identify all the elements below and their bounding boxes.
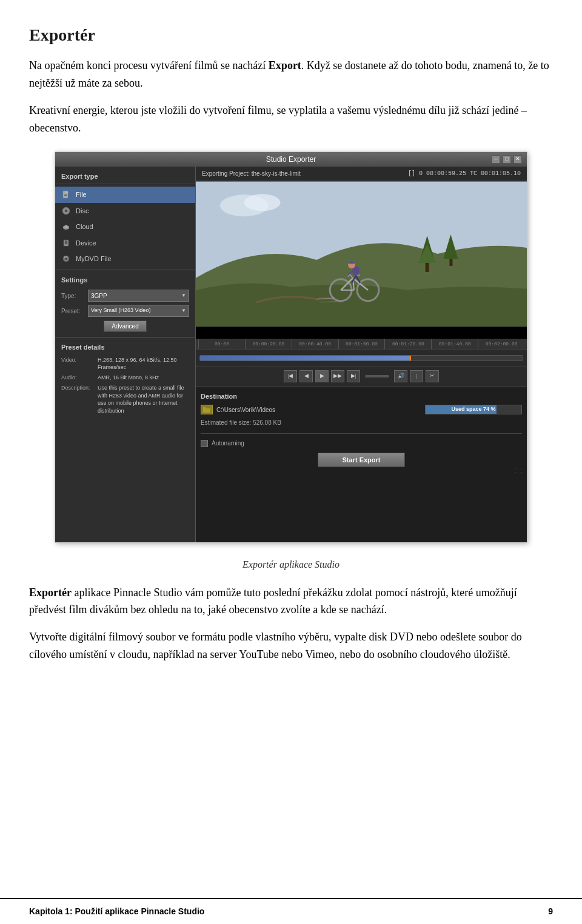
- export-item-device-label: Device: [76, 238, 96, 248]
- p3-after-text: aplikace Pinnacle Studio vám pomůže tuto…: [29, 587, 517, 616]
- close-button[interactable]: ✕: [513, 155, 522, 164]
- destination-title: Destination: [201, 391, 522, 402]
- destination-path: C:\Users\Vorik\Videos: [216, 405, 421, 414]
- footer-page: 9: [548, 905, 553, 918]
- video-preview: [196, 181, 527, 339]
- p1-bold-text: Export: [269, 59, 301, 71]
- destination-path-row: C:\Users\Vorik\Videos Used space 74 %: [201, 405, 522, 414]
- preset-dropdown-arrow: ▼: [181, 307, 186, 314]
- type-dropdown[interactable]: 3GPP ▼: [88, 290, 189, 302]
- footer-chapter: Kapitola 1: Použití aplikace Pinnacle St…: [29, 905, 204, 918]
- export-item-file[interactable]: File: [55, 187, 195, 203]
- export-item-file-label: File: [76, 190, 87, 200]
- disc-icon: [61, 206, 71, 216]
- export-item-cloud[interactable]: Cloud: [55, 219, 195, 235]
- rewind-to-start-button[interactable]: |◀: [284, 370, 297, 382]
- type-row: Type: 3GPP ▼: [61, 290, 189, 302]
- advanced-button[interactable]: Advanced: [104, 321, 146, 332]
- preset-video-label: Video:: [61, 356, 98, 371]
- svg-rect-2: [64, 195, 67, 196]
- trim-button[interactable]: ✂: [426, 370, 439, 382]
- svg-point-9: [65, 225, 68, 228]
- filesize-row: Estimated file size: 526.08 KB: [201, 418, 522, 427]
- paragraph-2: Kreativní energie, kterou jste vložili d…: [29, 102, 553, 137]
- autoname-row: Autonarning: [201, 433, 522, 448]
- preset-video-row: Video: H.263, 128 x 96, 64 kBit/s, 12.50…: [61, 356, 189, 371]
- preset-details-section: Preset details Video: H.263, 128 x 96, 6…: [55, 337, 195, 542]
- paragraph-4: Vytvořte digitální filmový soubor ve for…: [29, 628, 553, 663]
- preset-value: Very Small (H263 Video): [91, 307, 150, 315]
- mute-button[interactable]: 🔊: [394, 370, 407, 382]
- timeline-marker: [410, 356, 411, 361]
- space-bar: Used space 74 %: [425, 405, 522, 414]
- maximize-button[interactable]: □: [503, 155, 511, 164]
- app-body: Export type File Disc: [55, 167, 527, 542]
- folder-icon[interactable]: [201, 405, 213, 414]
- preset-details-title: Preset details: [61, 342, 189, 353]
- preset-label: Preset:: [61, 307, 84, 316]
- ruler-mark-3: 00:01:00.00: [338, 339, 385, 349]
- device-icon: [61, 238, 71, 248]
- preset-desc-label: Description:: [61, 384, 98, 414]
- preset-audio-label: Audio:: [61, 374, 98, 382]
- transport-controls: |◀ ◀ ▶ ▶▶ ▶| 🔊 | ✂: [196, 367, 527, 386]
- page-title: Exportér: [29, 24, 553, 46]
- preset-video-value: H.263, 128 x 96, 64 kBit/s, 12.50 Frames…: [98, 356, 189, 371]
- paragraph-3: Exportér aplikace Pinnacle Studio vám po…: [29, 584, 553, 619]
- svg-point-12: [65, 245, 67, 246]
- preset-audio-value: AMR, 16 Bit Mono, 8 kHz: [98, 374, 189, 382]
- svg-text:DVD: DVD: [64, 256, 68, 259]
- page-footer: Kapitola 1: Použití aplikace Pinnacle St…: [0, 898, 582, 924]
- preset-desc-row: Description: Use this preset to create a…: [61, 384, 189, 414]
- titlebar: Studio Exporter ─ □ ✕: [55, 152, 527, 167]
- play-button[interactable]: ▶: [315, 370, 329, 382]
- export-item-mydvd[interactable]: DVD MyDVD File: [55, 251, 195, 267]
- preset-dropdown[interactable]: Very Small (H263 Video) ▼: [88, 305, 189, 317]
- export-item-cloud-label: Cloud: [76, 222, 93, 232]
- svg-rect-1: [64, 194, 67, 194]
- ruler-mark-0: 00:00: [198, 339, 245, 349]
- space-label: Used space 74 %: [426, 405, 521, 414]
- export-item-disc-label: Disc: [76, 206, 89, 216]
- export-item-device[interactable]: Device: [55, 235, 195, 251]
- settings-title: Settings: [61, 275, 189, 285]
- volume-slider[interactable]: [365, 375, 389, 377]
- resize-handle[interactable]: ⋮⋮: [512, 465, 524, 474]
- video-preview-svg: [196, 181, 527, 327]
- left-panel: Export type File Disc: [55, 167, 196, 542]
- timeline-bar: [196, 350, 527, 367]
- svg-point-18: [244, 194, 281, 211]
- autoname-checkbox[interactable]: [201, 440, 208, 447]
- cloud-icon: [61, 222, 71, 231]
- preset-audio-row: Audio: AMR, 16 Bit Mono, 8 kHz: [61, 374, 189, 382]
- paragraph-1: Na opačném konci procesu vytváření filmů…: [29, 57, 553, 92]
- timeline-track[interactable]: [199, 355, 523, 361]
- destination-section: Destination C:\Users\Vorik\Videos Used s…: [196, 386, 527, 473]
- timeline-progress: [200, 356, 410, 361]
- type-label: Type:: [61, 291, 84, 301]
- minimize-button[interactable]: ─: [492, 155, 500, 164]
- forward-to-end-button[interactable]: ▶|: [347, 370, 360, 382]
- export-item-disc[interactable]: Disc: [55, 203, 195, 219]
- export-item-mydvd-label: MyDVD File: [76, 254, 112, 264]
- export-type-header: Export type: [55, 167, 195, 185]
- settings-section: Settings Type: 3GPP ▼ Preset: Very Small…: [55, 270, 195, 337]
- file-icon: [61, 190, 71, 199]
- rewind-button[interactable]: ◀: [299, 370, 313, 382]
- fast-forward-button[interactable]: ▶▶: [331, 370, 344, 382]
- export-type-list: File Disc Cloud: [55, 184, 195, 270]
- studio-exporter-screenshot: Studio Exporter ─ □ ✕ Export type Fil: [55, 151, 527, 543]
- split-button[interactable]: |: [410, 370, 423, 382]
- export-info-bar: Exporting Project: the-sky-is-the-limit …: [196, 167, 527, 181]
- timecode-display: [] 0 00:00:59.25 TC 00:01:05.10: [408, 169, 521, 178]
- export-project-name: Exporting Project: the-sky-is-the-limit: [202, 169, 301, 178]
- ruler-mark-1: 00:00:20.00: [245, 339, 292, 349]
- titlebar-controls[interactable]: ─ □ ✕: [492, 155, 522, 164]
- titlebar-title: Studio Exporter: [90, 154, 492, 165]
- type-dropdown-arrow: ▼: [181, 292, 186, 299]
- ruler-mark-6: 00:02:00.00: [478, 339, 524, 349]
- svg-rect-11: [65, 241, 67, 244]
- start-export-button[interactable]: Start Export: [318, 453, 406, 467]
- timecode-ruler: 00:00 00:00:20.00 00:00:40.00 00:01:00.0…: [196, 339, 527, 350]
- svg-point-5: [65, 210, 67, 211]
